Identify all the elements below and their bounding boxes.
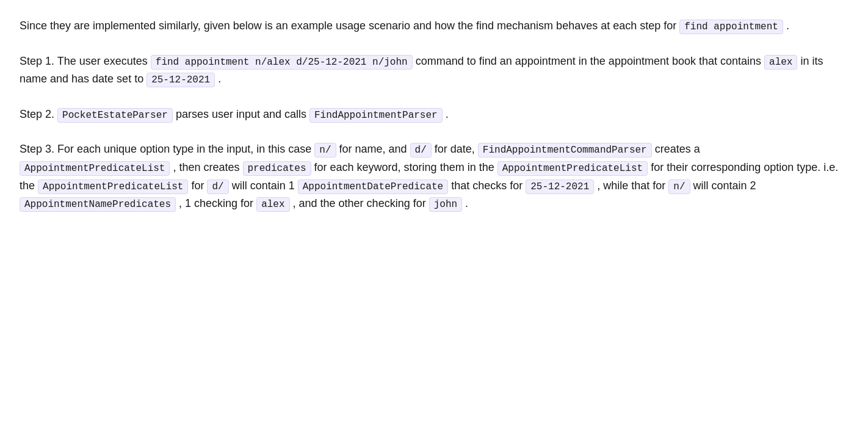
inline-code: AppointmentPredicateList bbox=[497, 161, 648, 176]
text-span: for date, bbox=[432, 143, 478, 155]
inline-code: find appointment bbox=[679, 20, 783, 34]
text-span: Step 2. bbox=[20, 108, 57, 120]
text-span: , 1 checking for bbox=[176, 197, 256, 209]
text-span: creates a bbox=[652, 143, 700, 155]
inline-code: d/ bbox=[410, 143, 432, 158]
text-span: command to find an appointment in the ap… bbox=[413, 55, 764, 67]
inline-code: alex bbox=[256, 197, 289, 212]
main-content: Since they are implemented similarly, gi… bbox=[20, 17, 848, 213]
inline-code: PocketEstateParser bbox=[57, 108, 173, 123]
inline-code: predicates bbox=[243, 161, 311, 176]
inline-code: AppointmentNamePredicates bbox=[20, 197, 176, 212]
inline-code: FindAppointmentCommandParser bbox=[478, 143, 652, 158]
inline-code: AppointmentPredicateList bbox=[20, 161, 170, 176]
inline-code: n/ bbox=[314, 143, 336, 158]
text-span: . bbox=[783, 20, 789, 32]
text-span: for bbox=[188, 179, 207, 192]
inline-code: 25-12-2021 bbox=[146, 73, 215, 87]
text-span: , then creates bbox=[170, 161, 242, 173]
inline-code: AppointmentPredicateList bbox=[38, 179, 188, 194]
inline-code: john bbox=[429, 197, 462, 212]
text-span: . bbox=[462, 197, 468, 209]
text-span: parses user input and calls bbox=[173, 108, 309, 120]
text-span: Step 3. For each unique option type in t… bbox=[20, 143, 314, 155]
text-span: . bbox=[215, 73, 221, 85]
inline-code: 25-12-2021 bbox=[526, 179, 594, 194]
text-span: that checks for bbox=[448, 179, 526, 192]
paragraph-step3: Step 3. For each unique option type in t… bbox=[20, 140, 848, 212]
text-span: will contain 1 bbox=[229, 179, 298, 192]
text-span: Step 1. The user executes bbox=[20, 55, 151, 67]
text-span: will contain 2 bbox=[690, 179, 756, 192]
inline-code: FindAppointmentParser bbox=[309, 108, 443, 123]
inline-code: find appointment n/alex d/25-12-2021 n/j… bbox=[151, 55, 413, 70]
inline-code: n/ bbox=[668, 179, 690, 194]
paragraph-intro: Since they are implemented similarly, gi… bbox=[20, 17, 848, 35]
text-span: , and the other checking for bbox=[290, 197, 429, 209]
inline-code: d/ bbox=[207, 179, 228, 194]
inline-code: alex bbox=[764, 55, 797, 70]
text-span: for name, and bbox=[336, 143, 410, 155]
paragraph-step2: Step 2. PocketEstateParser parses user i… bbox=[20, 106, 848, 124]
text-span: for each keyword, storing them in the bbox=[311, 161, 497, 173]
paragraph-step1: Step 1. The user executes find appointme… bbox=[20, 53, 848, 89]
text-span: Since they are implemented similarly, gi… bbox=[20, 20, 679, 32]
inline-code: AppointmentDatePredicate bbox=[298, 179, 448, 194]
text-span: . bbox=[443, 108, 449, 120]
text-span: , while that for bbox=[594, 179, 668, 192]
